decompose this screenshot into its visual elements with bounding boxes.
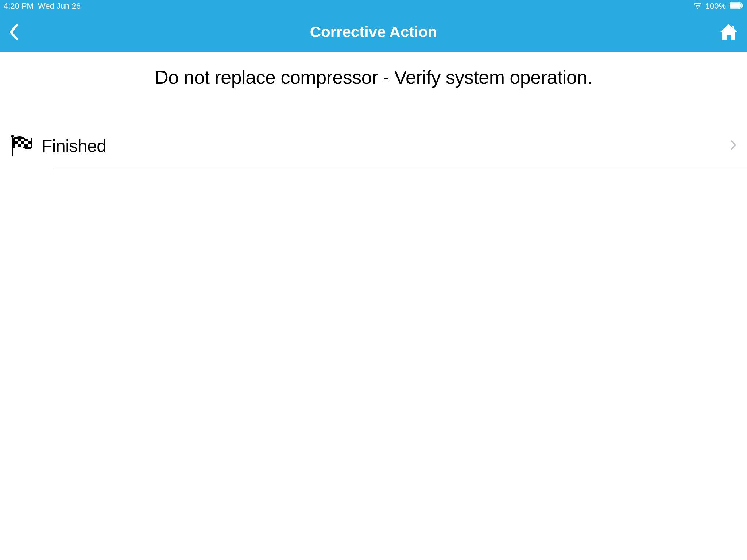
checkered-flag-icon [10,134,42,158]
instruction-text: Do not replace compressor - Verify syste… [0,52,747,125]
svg-rect-3 [12,136,13,156]
status-time: 4:20 PM [4,1,34,11]
nav-bar: Corrective Action [0,12,747,52]
home-icon [719,23,738,41]
svg-rect-7 [28,139,31,141]
svg-point-4 [11,135,14,138]
svg-rect-10 [15,144,18,147]
svg-rect-2 [742,4,743,7]
status-bar: 4:20 PM Wed Jun 26 100% [0,0,747,12]
status-right: 100% [693,1,743,11]
list-item-finished[interactable]: Finished [0,125,747,167]
chevron-right-icon [730,140,737,152]
status-date: Wed Jun 26 [38,1,81,11]
list-item-label: Finished [42,136,730,156]
svg-rect-5 [15,139,18,141]
svg-rect-9 [24,141,28,144]
svg-rect-1 [730,3,741,8]
list-divider [54,167,747,167]
home-button[interactable] [716,23,738,41]
svg-rect-12 [28,144,31,147]
svg-rect-8 [18,141,21,144]
battery-icon [729,1,743,11]
page-title: Corrective Action [31,23,716,41]
back-button[interactable] [9,24,31,40]
svg-rect-11 [21,144,24,147]
battery-percent: 100% [705,1,726,11]
wifi-icon [693,1,703,11]
svg-rect-6 [21,139,24,141]
chevron-left-icon [9,24,19,40]
status-left: 4:20 PM Wed Jun 26 [4,1,81,11]
content-area: Do not replace compressor - Verify syste… [0,52,747,167]
